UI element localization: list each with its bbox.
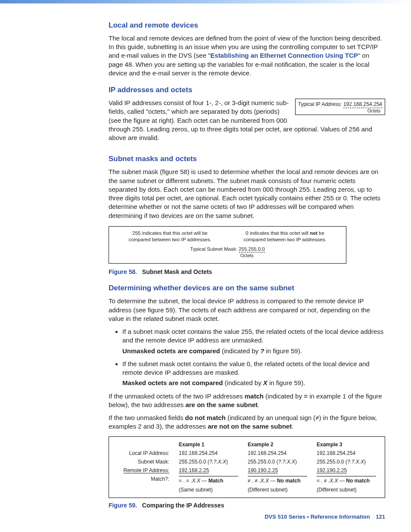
mask-label: Typical Subnet Mask:: [190, 246, 237, 252]
text-bold: Masked octets are not compared: [122, 379, 223, 386]
ex3-remote: 192.190.2.25: [317, 467, 376, 474]
row-mask-label: Subnet Mask:: [113, 458, 169, 465]
text-bold: Match: [209, 478, 224, 484]
text: 255.255.0.0 (: [317, 459, 347, 465]
ex3-match: = . ≠ .X.X — No match: [317, 476, 376, 484]
para-determining-intro: To determine the subnet, the local devic…: [109, 297, 385, 323]
bullet-unmasked: If a subnet mask octet contains the valu…: [122, 327, 385, 355]
text-italic: ?.?.X.X: [209, 459, 226, 465]
mask-sublabel: Octets: [156, 252, 337, 258]
footer-series: DVS 510 Series • Reference Information: [265, 513, 370, 520]
link-establishing-ethernet[interactable]: Establishing an Ethernet Connection Usin…: [210, 52, 358, 59]
text: (indicated by: [223, 379, 263, 386]
text-bold: =: [304, 392, 308, 400]
ex3-outcome: (Different subnet): [317, 486, 376, 493]
heading-ip-addresses: IP addresses and octets: [109, 85, 385, 95]
ex1-local: 192.168.254.254: [179, 450, 238, 457]
text-bold: are not on the same subnet: [208, 423, 292, 430]
ex1-match: = . = .X.X — Match: [179, 476, 238, 484]
text-italic: X.X: [330, 478, 338, 484]
fig-title: Comparing the IP Addresses: [142, 502, 224, 509]
text-bold: No match: [346, 478, 370, 484]
mask-note-0: 0 indicates that this octet will not be …: [233, 230, 337, 243]
text-q: ?: [260, 347, 264, 355]
text: be: [318, 230, 324, 236]
ex2-outcome: (Different subnet): [248, 486, 307, 493]
mask-note-255: 255 indicates that this octet will be co…: [118, 230, 222, 243]
text-bold: do not match: [185, 414, 226, 421]
text: ): [364, 459, 366, 465]
typical-ip-box: Typical IP Address: 192.168.254.254 Octe…: [295, 99, 385, 115]
bullet-masked: If the subnet mask octet contains the va…: [122, 360, 385, 388]
text-bold: not: [310, 230, 318, 236]
text-italic: X.X: [261, 478, 269, 484]
ex1-remote: 192.168.2.25: [179, 467, 238, 474]
text: = . = .: [179, 478, 192, 484]
text: = . ≠ .: [317, 478, 330, 484]
text: in figure 59).: [268, 379, 305, 386]
page-content: Local and remote devices The local and r…: [109, 21, 385, 510]
fig-num: Figure 58.: [109, 268, 137, 275]
ex2-match: ≠ . ≠ .X.X — No match: [248, 476, 307, 484]
bullet-list: If a subnet mask octet contains the valu…: [109, 327, 385, 388]
ip-box-value: 192.168.254.254: [343, 101, 382, 108]
text: 255.255.0.0 (: [179, 459, 209, 465]
ex2-mask: 255.255.0.0 (?.?.X.X): [248, 458, 307, 465]
para-match: If the unmasked octets of the two IP add…: [109, 392, 385, 410]
text-bold: match: [245, 392, 264, 400]
heading-local-remote: Local and remote devices: [109, 21, 385, 31]
text-x: X: [263, 379, 268, 386]
page-footer: DVS 510 Series • Reference Information 1…: [265, 513, 385, 520]
ex2-local: 192.168.254.254: [248, 450, 307, 457]
text: compared between two IP addresses.: [128, 237, 211, 242]
ex1-outcome: (Same subnet): [179, 486, 238, 493]
para-nomatch: If the two unmasked fields do not match …: [109, 414, 385, 431]
ex3-mask: 255.255.0.0 (?.?.X.X): [317, 458, 376, 465]
text: (indicated by: [264, 392, 304, 400]
mask-value-row: Typical Subnet Mask: 255.255.0.0: [118, 246, 337, 253]
text: —: [269, 478, 277, 484]
text: in figure 59).: [264, 347, 302, 355]
ex3-local: 192.168.254.254: [317, 450, 376, 457]
document-page: Local and remote devices The local and r…: [0, 0, 411, 532]
para-subnet-masks: The subnet mask (figure 58) is used to d…: [109, 168, 385, 220]
text: If the subnet mask octet contains the va…: [122, 360, 370, 376]
text-italic: ?.?.X.X: [278, 459, 295, 465]
ex2-remote: 190.190.2.25: [248, 467, 307, 474]
row-local-label: Local IP Address:: [113, 450, 169, 457]
subnet-mask-box: 255 indicates that this octet will be co…: [109, 226, 346, 264]
text-bold: No match: [277, 478, 301, 484]
ip-box-sublabel: Octets: [298, 108, 382, 114]
figure-59-box: Example 1 Example 2 Example 3 Local IP A…: [109, 436, 385, 498]
text: 255.255.0.0 (: [248, 459, 278, 465]
text: 0 indicates that this octet will: [246, 230, 310, 236]
text: .: [258, 401, 259, 408]
text: —: [338, 478, 346, 484]
figure-58-caption: Figure 58. Subnet Mask and Octets: [109, 268, 385, 276]
header-accent-bar: [0, 0, 411, 3]
text-bold: Unmasked octets are compared: [122, 347, 220, 355]
heading-subnet-masks: Subnet masks and octets: [109, 154, 385, 164]
text: If a subnet mask octet contains the valu…: [122, 328, 383, 344]
text-italic: ?.?.X.X: [347, 459, 364, 465]
para-local-remote: The local and remote devices are defined…: [109, 34, 385, 78]
text: ): [295, 459, 297, 465]
fig-title: Subnet Mask and Octets: [142, 268, 212, 275]
text: If the two unmasked fields: [109, 414, 185, 421]
ex1-header: Example 1: [179, 441, 238, 448]
text: compared between two IP addresses.: [243, 237, 326, 242]
text: .: [292, 423, 293, 430]
text: 255 indicates that this octet will be: [132, 230, 208, 236]
footer-page-number: 121: [376, 513, 385, 520]
text: ): [226, 459, 228, 465]
fig-num: Figure 59.: [109, 502, 137, 509]
heading-determining-subnet: Determining whether devices are on the s…: [109, 283, 385, 293]
ip-box-label: Typical IP Address:: [298, 101, 342, 107]
ex3-header: Example 3: [317, 441, 376, 448]
text: (indicated by: [220, 347, 260, 355]
row-match-label: Match?:: [113, 476, 169, 484]
text: ≠ . ≠ .: [248, 478, 261, 484]
row-remote-label: Remote IP Address:: [113, 467, 169, 474]
text: If the unmasked octets of the two IP add…: [109, 392, 245, 400]
text-bold: are on the same subnet: [185, 401, 258, 408]
